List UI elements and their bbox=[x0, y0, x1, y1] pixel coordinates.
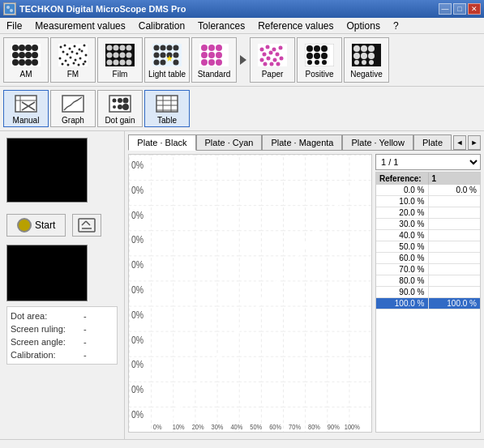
table-cell-label: 70.0 % bbox=[376, 264, 429, 275]
tab-plate-black[interactable]: Plate · Black bbox=[128, 134, 195, 151]
svg-point-34 bbox=[84, 60, 87, 62]
svg-point-100 bbox=[321, 53, 328, 59]
svg-text:0%: 0% bbox=[131, 185, 143, 195]
svg-point-27 bbox=[81, 49, 84, 52]
svg-point-44 bbox=[120, 45, 126, 50]
reference-dropdown[interactable]: 1 / 1 bbox=[375, 154, 481, 170]
film-button[interactable]: Film bbox=[97, 37, 143, 83]
light-table-icon bbox=[152, 42, 182, 68]
svg-point-37 bbox=[73, 62, 75, 64]
svg-point-11 bbox=[32, 52, 38, 58]
svg-rect-138 bbox=[129, 155, 371, 432]
fm-icon bbox=[58, 42, 88, 68]
svg-line-134 bbox=[82, 221, 86, 225]
svg-point-96 bbox=[314, 45, 320, 52]
dot-gain-button[interactable]: Dot gain bbox=[97, 90, 143, 127]
svg-point-121 bbox=[113, 98, 117, 102]
svg-point-70 bbox=[208, 45, 215, 51]
svg-point-31 bbox=[70, 56, 72, 58]
am-label: AM bbox=[20, 70, 32, 79]
menu-item-options[interactable]: Options bbox=[341, 18, 387, 33]
svg-point-63 bbox=[173, 52, 179, 58]
data-table: 1 / 1 Reference: 1 0.0 %0.0 %10.0 %20.0 … bbox=[375, 154, 481, 433]
svg-rect-127 bbox=[156, 96, 178, 112]
table-cell-value bbox=[429, 207, 481, 218]
tab-plate-yellow[interactable]: Plate · Yellow bbox=[342, 134, 413, 150]
svg-point-109 bbox=[361, 53, 367, 59]
calibrate-button[interactable] bbox=[72, 214, 101, 237]
svg-point-22 bbox=[84, 44, 86, 46]
tab-plate[interactable]: Plate bbox=[413, 134, 452, 150]
menu-item-reference-values[interactable]: Reference values bbox=[251, 18, 340, 33]
dot-gain-icon bbox=[107, 93, 133, 114]
svg-point-92 bbox=[270, 62, 274, 66]
svg-point-85 bbox=[269, 50, 273, 54]
svg-point-15 bbox=[32, 59, 38, 66]
fm-button[interactable]: FM bbox=[50, 37, 96, 83]
table-cell-value bbox=[429, 287, 481, 297]
svg-point-52 bbox=[120, 59, 126, 65]
svg-text:0%: 0% bbox=[131, 360, 143, 370]
tab-plate-cyan[interactable]: Plate · Cyan bbox=[196, 134, 263, 150]
start-button[interactable]: Start bbox=[6, 214, 66, 237]
table-label: Table bbox=[157, 116, 177, 125]
menu-item-measurement-values[interactable]: Measurement values bbox=[28, 18, 131, 33]
svg-point-18 bbox=[64, 44, 66, 46]
svg-point-45 bbox=[126, 45, 132, 50]
fm-label: FM bbox=[67, 70, 79, 79]
preview-large bbox=[6, 138, 88, 203]
menu-item-?[interactable]: ? bbox=[387, 18, 405, 33]
svg-text:80%: 80% bbox=[308, 423, 320, 431]
svg-point-28 bbox=[85, 53, 88, 56]
menu-item-calibration[interactable]: Calibration bbox=[132, 18, 191, 33]
svg-point-53 bbox=[126, 59, 132, 65]
tab-next-button[interactable]: ► bbox=[468, 135, 481, 150]
table-inner: Reference: 1 0.0 %0.0 %10.0 %20.0 %30.0 … bbox=[375, 172, 481, 433]
standard-label: Standard bbox=[198, 70, 231, 79]
toolbar-1: AM bbox=[0, 34, 484, 87]
menu-item-tolerances[interactable]: Tolerances bbox=[191, 18, 251, 33]
svg-text:0%: 0% bbox=[131, 309, 143, 320]
negative-button[interactable]: Negative bbox=[344, 37, 389, 83]
svg-point-81 bbox=[266, 45, 270, 49]
standard-button[interactable]: Standard bbox=[191, 37, 237, 83]
tab-plate-magenta[interactable]: Plate · Magenta bbox=[262, 134, 342, 150]
menu-item-file[interactable]: File bbox=[0, 18, 28, 33]
ref-label: Reference: bbox=[376, 173, 429, 185]
light-table-button[interactable]: Light table bbox=[144, 37, 190, 83]
table-row: 10.0 % bbox=[376, 196, 480, 207]
table-cell-label: 30.0 % bbox=[376, 219, 429, 229]
svg-point-26 bbox=[76, 52, 79, 54]
svg-point-112 bbox=[362, 60, 366, 65]
svg-point-14 bbox=[25, 59, 32, 66]
svg-text:0%: 0% bbox=[153, 423, 162, 431]
right-panel: Plate · Black Plate · Cyan Plate · Magen… bbox=[125, 131, 484, 439]
svg-point-90 bbox=[280, 56, 284, 60]
svg-point-101 bbox=[307, 60, 312, 65]
svg-point-1 bbox=[6, 6, 10, 9]
svg-point-88 bbox=[267, 56, 271, 60]
positive-button[interactable]: Positive bbox=[297, 37, 342, 83]
svg-point-21 bbox=[79, 48, 81, 50]
manual-button[interactable]: Manual bbox=[3, 90, 49, 127]
svg-point-13 bbox=[19, 59, 25, 66]
negative-icon bbox=[352, 42, 381, 68]
svg-point-38 bbox=[78, 63, 80, 66]
close-button[interactable]: ✕ bbox=[468, 3, 481, 15]
standard-dropdown-arrow[interactable] bbox=[238, 37, 248, 83]
svg-point-91 bbox=[263, 62, 268, 66]
svg-text:0%: 0% bbox=[131, 160, 143, 170]
paper-button[interactable]: Paper bbox=[250, 37, 295, 83]
info-grid: Dot area: - Screen ruling: - Screen angl… bbox=[6, 306, 118, 365]
minimize-button[interactable]: — bbox=[439, 3, 452, 15]
graph-button[interactable]: Graph bbox=[50, 90, 96, 127]
am-button[interactable]: AM bbox=[3, 37, 49, 83]
table-cell-label: 40.0 % bbox=[376, 230, 429, 241]
svg-point-48 bbox=[120, 52, 126, 58]
status-bar bbox=[0, 439, 484, 448]
maximize-button[interactable]: □ bbox=[453, 3, 466, 15]
tab-prev-button[interactable]: ◄ bbox=[453, 135, 466, 150]
start-row: Start bbox=[6, 214, 118, 237]
table-button[interactable]: Table bbox=[144, 90, 190, 127]
svg-point-10 bbox=[25, 52, 32, 58]
